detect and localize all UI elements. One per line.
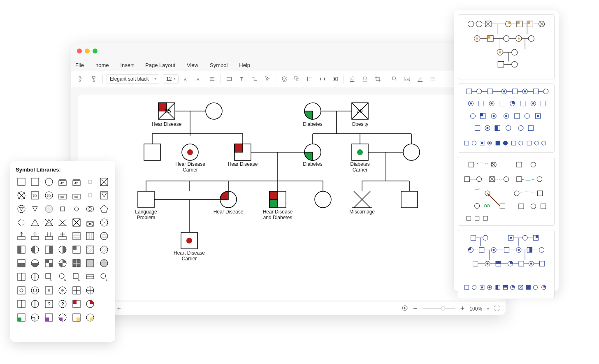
symbol-purple-quarter-circ[interactable] [57,312,68,323]
symbol-half-vert-sq[interactable] [16,298,27,310]
symbol-female-circle[interactable] [43,176,55,188]
menu-page-layout[interactable]: Page Layout [145,62,175,68]
flip-button[interactable] [318,74,327,83]
menu-insert[interactable]: Insert [120,62,134,68]
symbol-half-circle-left[interactable] [29,244,41,255]
font-selector[interactable]: Elegant soft black [107,74,159,83]
format-painter-button[interactable] [90,74,99,83]
text-tool[interactable]: T [237,74,246,83]
symbol-tree-1[interactable] [16,230,27,242]
symbol-deceased-circle[interactable] [98,217,110,228]
symbol-tree-2[interactable] [29,230,41,242]
zoom-in-button[interactable]: + [460,304,465,313]
symbol-blank-3[interactable] [98,312,110,323]
symbol-pregnancy[interactable] [16,203,27,215]
group-button[interactable] [293,74,302,83]
symbol-ring-circle[interactable] [29,285,41,296]
rectangle-tool[interactable] [225,74,234,83]
symbol-hatched-square[interactable] [71,230,82,242]
symbol-quarter-sq[interactable] [71,244,82,255]
template-thumbnail-4[interactable] [458,230,555,299]
symbol-small-sq-s[interactable]: S [43,271,55,283]
symbol-4q-square[interactable] [71,257,82,269]
symbol-age-square[interactable]: 70 [29,190,41,201]
menu-file[interactable]: File [75,62,84,68]
symbol-male-square[interactable] [16,176,27,188]
symbol-grid-sq[interactable] [71,285,82,296]
symbol-deceased-female[interactable] [16,190,27,201]
fill-color-button[interactable] [348,74,357,83]
symbol-unknown[interactable] [84,176,96,188]
symbol-split-sq-vert[interactable] [16,271,27,283]
symbol-age-circle[interactable]: 70 [43,190,55,201]
symbol-half-square-left[interactable] [16,244,27,255]
symbol-half-circle-right[interactable] [57,244,68,255]
symbol-green-quarter-circ[interactable] [29,312,41,323]
menu-help[interactable]: Help [239,62,250,68]
symbol-deceased-sq-age[interactable] [71,217,82,228]
align-button[interactable] [208,74,217,83]
increase-font-button[interactable]: A+ [182,74,191,83]
add-page-button[interactable]: + [117,305,121,313]
pointer-tool[interactable] [263,74,272,83]
symbol-date-square[interactable]: 47 [57,176,68,188]
symbol-grid-circle[interactable] [84,285,96,296]
symbol-red-quarter-sq[interactable] [71,298,82,310]
fullscreen-button[interactable] [494,305,500,312]
symbol-quarter-sq-br[interactable] [43,257,55,269]
symbol-yellow-quarter-sq[interactable] [71,312,82,323]
menu-home[interactable]: home [95,62,109,68]
symbol-hatched-square-2[interactable] [84,230,96,242]
symbol-green-quarter-sq[interactable] [16,312,27,323]
symbol-unknown-2[interactable] [84,190,96,201]
symbol-deceased-marker[interactable] [84,217,96,228]
symbol-question-circ[interactable]: ? [57,298,68,310]
symbol-hatched-square-diag[interactable] [84,244,96,255]
symbol-dot-sq[interactable] [43,285,55,296]
template-thumbnail-2[interactable] [458,83,555,153]
symbol-small-circ-l[interactable]: L [98,271,110,283]
align-objects-button[interactable] [305,74,314,83]
symbol-date-deceased[interactable]: 68 [57,190,68,201]
decrease-font-button[interactable]: A- [195,74,204,83]
symbol-line-sq[interactable] [84,271,96,283]
symbol-question-sq[interactable]: ? [43,298,55,310]
symbol-hatched-circle-diag[interactable] [98,244,110,255]
image-button[interactable] [403,74,412,83]
window-close-traffic-light[interactable] [77,49,82,53]
layers-button[interactable] [280,74,289,83]
line-style-button[interactable] [360,74,369,83]
connector-tool[interactable] [250,74,259,83]
more-button[interactable] [428,74,437,83]
symbol-small-square[interactable] [57,203,68,215]
template-thumbnail-3[interactable] [458,157,555,226]
search-button[interactable] [390,74,399,83]
symbol-tree-3[interactable] [43,230,55,242]
symbol-diamond[interactable] [16,217,27,228]
symbol-small-circ-s[interactable]: S [57,271,68,283]
crop-button[interactable] [373,74,382,83]
symbol-pentagon[interactable] [98,203,110,215]
template-thumbnail-1[interactable] [458,14,555,79]
symbol-date-square-2[interactable]: 47 [71,176,82,188]
symbol-small-sq-l[interactable]: L [71,271,82,283]
symbol-male-square-2[interactable] [29,176,41,188]
symbol-yellow-quarter-circ[interactable] [84,312,96,323]
symbol-gray-circle[interactable] [98,257,110,269]
symbol-blank-2[interactable] [98,298,110,310]
symbol-deceased-male[interactable] [98,176,110,188]
position-button[interactable] [331,74,340,83]
symbol-half-circle-bottom[interactable] [29,257,41,269]
symbol-half-square-right[interactable] [43,244,55,255]
symbol-hatched-circle[interactable] [98,230,110,242]
zoom-out-button[interactable]: − [413,304,418,313]
symbol-dot-circle[interactable] [57,285,68,296]
symbol-small-circle[interactable] [71,203,82,215]
symbol-double-circle[interactable] [84,203,96,215]
zoom-level[interactable]: 100% [469,306,482,312]
window-zoom-traffic-light[interactable] [93,49,98,53]
symbol-pregnancy-2[interactable] [29,203,41,215]
stroke-color-button[interactable] [416,74,425,83]
symbol-half-sq-bottom[interactable] [16,257,27,269]
symbol-blank[interactable] [98,285,110,296]
